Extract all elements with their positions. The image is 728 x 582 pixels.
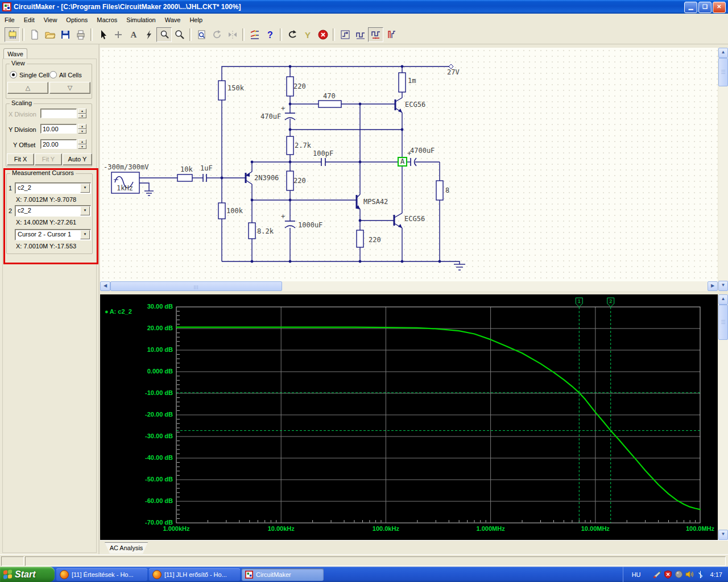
stop-simulation-button[interactable]	[315, 27, 330, 42]
menu-options[interactable]: Options	[61, 15, 92, 25]
schematic-hscrollbar[interactable]: ◀ ||| ▶	[100, 281, 718, 291]
y-tick-label: 20.00 dB	[100, 325, 173, 331]
help-button[interactable]: ?	[262, 27, 278, 42]
new-button[interactable]	[27, 27, 42, 42]
taskbar: Start [11] Értesítések - Ho... [11] JLH …	[0, 567, 728, 582]
cell-up-button[interactable]: △	[7, 82, 48, 94]
scroll-right-button[interactable]: ▶	[708, 281, 718, 291]
reset-button[interactable]	[284, 27, 300, 42]
menu-file[interactable]: File	[0, 15, 19, 25]
schematic-vscrollbar[interactable]: ▲ ||| ▼	[718, 48, 728, 291]
task-circuitmaker[interactable]: CircuitMaker	[242, 568, 324, 581]
x-division-input[interactable]	[40, 109, 77, 118]
probe-a-marker[interactable]: A	[398, 157, 407, 166]
open-button[interactable]	[42, 27, 57, 42]
chevron-down-icon[interactable]: ▼	[80, 230, 90, 239]
scroll-down-button[interactable]: ▼	[718, 530, 728, 540]
pen-tablet-icon[interactable]	[653, 570, 661, 579]
zoom-fit-button[interactable]	[194, 27, 209, 42]
svg-text:2N3906: 2N3906	[254, 174, 279, 182]
mirror-button[interactable]	[225, 27, 240, 42]
radio-all-cells-circle[interactable]	[49, 71, 57, 78]
chevron-down-icon[interactable]: ▼	[80, 184, 90, 193]
svg-text:MPSA42: MPSA42	[363, 198, 388, 206]
cursor-diff-combo[interactable]: Cursor 2 - Cursor 1 ▼	[15, 229, 91, 240]
scroll-up-button[interactable]: ▲	[718, 294, 728, 305]
resistor-150k	[218, 81, 225, 100]
security-alert-icon[interactable]	[664, 570, 672, 579]
measurement-cursors-caption: Measurement Cursors	[10, 169, 76, 176]
save-button[interactable]	[57, 27, 73, 42]
cursor1-signal-combo[interactable]: c2_2 ▼	[15, 182, 91, 194]
wire-button[interactable]	[110, 27, 126, 42]
task-firefox-1[interactable]: [11] Értesítések - Ho...	[56, 568, 147, 581]
fit-x-button[interactable]: Fit X	[7, 153, 34, 165]
vscroll-thumb[interactable]: |||	[718, 58, 728, 86]
select-arrow-button[interactable]	[95, 27, 110, 42]
rotate-button[interactable]	[209, 27, 225, 42]
mixed-signal-button[interactable]	[383, 27, 399, 42]
svg-text:150k: 150k	[228, 84, 245, 92]
minimize-button[interactable]: ▁	[684, 2, 697, 13]
scroll-down-button[interactable]: ▼	[718, 281, 728, 291]
auto-y-button[interactable]: Auto Y	[63, 153, 92, 165]
close-button[interactable]: ✕	[713, 2, 726, 13]
menu-macros[interactable]: Macros	[92, 15, 122, 25]
radio-single-cell[interactable]: Single Cell	[10, 71, 49, 78]
menu-simulation[interactable]: Simulation	[122, 15, 160, 25]
gray-ball-icon[interactable]	[675, 570, 683, 579]
zoom-select-button[interactable]	[156, 27, 172, 42]
delete-button[interactable]	[141, 27, 156, 42]
print-button[interactable]	[73, 27, 88, 42]
menu-wave[interactable]: Wave	[160, 15, 185, 25]
task-firefox-2[interactable]: [11] JLH erősítő - Ho...	[149, 568, 240, 581]
y-division-input[interactable]	[40, 124, 77, 134]
chevron-down-icon[interactable]: ▼	[80, 206, 90, 215]
probe-tool-button[interactable]: Y	[300, 27, 315, 42]
x-tick-label: 1.000kHz	[151, 525, 202, 532]
resistor-220-bot	[357, 230, 363, 247]
y-division-spinner[interactable]: ▲▼	[78, 124, 86, 134]
digital-switches-button[interactable]	[247, 27, 262, 42]
menu-view[interactable]: View	[39, 15, 62, 25]
tab-wave[interactable]: Wave	[3, 48, 27, 60]
digital-waveform-button[interactable]	[353, 27, 368, 42]
vscroll-thumb[interactable]: |||	[718, 305, 728, 340]
fit-y-button[interactable]: Fit Y	[35, 153, 62, 165]
scroll-up-button[interactable]: ▲	[718, 48, 728, 58]
square-wave-arrows-icon	[370, 29, 382, 40]
svg-text:1kHz: 1kHz	[117, 184, 133, 192]
scroll-left-button[interactable]: ◀	[100, 281, 110, 291]
cursor2-index: 2	[9, 207, 12, 214]
scaling-caption: Scaling	[10, 99, 34, 106]
text-button[interactable]: A	[126, 27, 141, 42]
x-division-spinner[interactable]: ▲▼	[78, 109, 86, 118]
start-button[interactable]: Start	[0, 567, 55, 582]
bluetooth-icon[interactable]	[696, 570, 705, 579]
analog-waveform-button[interactable]	[368, 27, 383, 42]
svg-text:100k: 100k	[226, 207, 243, 215]
chip-icon	[7, 29, 18, 40]
components-button[interactable]	[5, 27, 20, 42]
y-tick-label: -30.00 dB	[100, 433, 173, 439]
language-indicator[interactable]: HU	[629, 571, 644, 578]
undo-arrow-icon	[287, 29, 298, 40]
x-tick-label: 10.00MHz	[570, 525, 621, 532]
y-offset-input[interactable]	[40, 139, 77, 149]
menu-edit[interactable]: Edit	[19, 15, 39, 25]
waveform-vscrollbar[interactable]: ▲ ||| ▼	[718, 294, 728, 540]
zoom-button[interactable]	[172, 27, 187, 42]
tab-ac-analysis[interactable]: AC Analysis	[105, 542, 148, 554]
hscroll-thumb[interactable]: |||	[110, 281, 282, 291]
svg-text:+: +	[281, 213, 285, 221]
cursor2-signal-combo[interactable]: c2_2 ▼	[15, 205, 91, 217]
y-offset-spinner[interactable]: ▲▼	[78, 139, 86, 149]
schematic-canvas[interactable]: A +++ 150k 220 470 470uF 2.7k 1m ECG56 2…	[100, 48, 718, 281]
menu-help[interactable]: Help	[185, 15, 207, 25]
radio-single-cell-circle[interactable]	[10, 71, 17, 78]
radio-all-cells[interactable]: All Cells	[49, 71, 82, 78]
speaker-icon[interactable]	[685, 570, 694, 579]
cell-down-button[interactable]: ▽	[49, 82, 90, 94]
transient-analysis-button[interactable]	[337, 27, 353, 42]
restore-button[interactable]: ❏	[698, 2, 712, 13]
